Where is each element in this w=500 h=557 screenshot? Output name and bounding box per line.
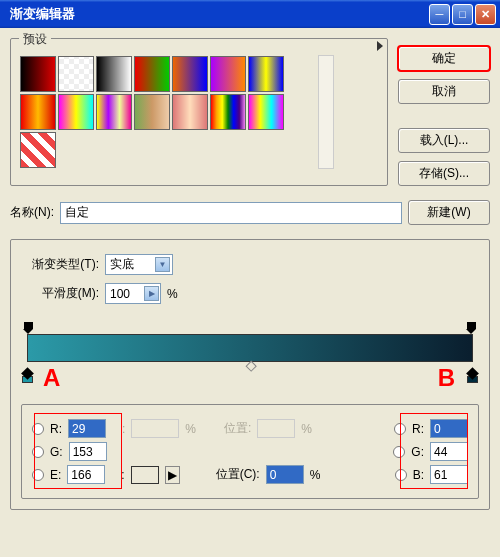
cancel-button[interactable]: 取消 <box>398 79 490 104</box>
smoothness-label: 平滑度(M): <box>21 285 99 302</box>
window-buttons: ─ □ ✕ <box>429 4 496 25</box>
preset-swatch-grid <box>19 55 314 169</box>
right-b-label: B: <box>413 468 424 482</box>
right-button-column: 确定 取消 载入(L)... 存储(S)... <box>398 46 490 186</box>
preset-swatch[interactable] <box>20 132 56 168</box>
preset-swatch[interactable] <box>20 94 56 130</box>
opacity-input-disabled <box>131 419 179 438</box>
percent-label: % <box>167 287 178 301</box>
preset-swatch[interactable] <box>58 94 94 130</box>
opacity-stop-right[interactable] <box>466 322 477 333</box>
left-g-radio[interactable] <box>32 446 44 458</box>
left-r-input[interactable]: 29 <box>68 419 106 438</box>
preset-swatch[interactable] <box>20 56 56 92</box>
preset-swatch[interactable] <box>134 56 170 92</box>
presets-label: 预设 <box>19 31 51 48</box>
name-label: 名称(N): <box>10 204 54 221</box>
color-stop-right[interactable] <box>466 369 479 382</box>
gradient-frame: 渐变类型(T): 实底 ▼ 平滑度(M): 100 ▶ % A B <box>10 239 490 510</box>
left-r-radio[interactable] <box>32 423 44 435</box>
position-label-dim: 位置: <box>224 420 251 437</box>
preset-swatch[interactable] <box>58 56 94 92</box>
right-r-input[interactable]: 0 <box>430 419 468 438</box>
chevron-down-icon: ▼ <box>155 257 170 272</box>
name-row: 名称(N): 新建(W) <box>10 200 490 225</box>
annotation-a: A <box>43 364 60 392</box>
dialog-body: 预设 确定 取消 载入(L)... 存储(S)... 名称(N): 新建(W) … <box>0 28 500 520</box>
preset-swatch[interactable] <box>134 94 170 130</box>
pct-dim-2: % <box>301 422 312 436</box>
gradient-type-value: 实底 <box>110 256 134 273</box>
preset-swatch[interactable] <box>248 56 284 92</box>
right-g-radio[interactable] <box>393 446 405 458</box>
presets-menu-icon[interactable] <box>377 41 383 51</box>
preset-swatch[interactable] <box>172 94 208 130</box>
close-button[interactable]: ✕ <box>475 4 496 25</box>
position-label: 位置(C): <box>216 466 260 483</box>
midpoint-handle[interactable] <box>246 361 257 372</box>
left-g-label: G: <box>50 445 63 459</box>
smoothness-value: 100 <box>110 287 130 301</box>
gradient-type-select[interactable]: 实底 ▼ <box>105 254 173 275</box>
presets-frame: 预设 <box>10 38 388 186</box>
right-g-label: G: <box>411 445 424 459</box>
smoothness-input[interactable]: 100 ▶ <box>105 283 161 304</box>
window-title: 渐变编辑器 <box>4 5 75 23</box>
gradient-editor[interactable]: A B <box>21 322 479 382</box>
ok-button[interactable]: 确定 <box>398 46 490 71</box>
color-colon: : <box>121 468 124 482</box>
save-button[interactable]: 存储(S)... <box>398 161 490 186</box>
right-b-input[interactable]: 61 <box>430 465 468 484</box>
play-icon: ▶ <box>144 286 159 301</box>
titlebar: 渐变编辑器 ─ □ ✕ <box>0 0 500 28</box>
preset-swatch[interactable] <box>96 56 132 92</box>
left-r-label: R: <box>50 422 62 436</box>
left-g-input[interactable]: 153 <box>69 442 107 461</box>
load-button[interactable]: 载入(L)... <box>398 128 490 153</box>
gradient-type-label: 渐变类型(T): <box>21 256 99 273</box>
preset-swatch[interactable] <box>248 94 284 130</box>
right-r-label: R: <box>412 422 424 436</box>
preset-swatch[interactable] <box>96 94 132 130</box>
preset-swatch[interactable] <box>210 56 246 92</box>
name-input[interactable] <box>60 202 402 224</box>
color-stop-left[interactable] <box>21 369 34 382</box>
right-g-input[interactable]: 44 <box>430 442 468 461</box>
new-button[interactable]: 新建(W) <box>408 200 490 225</box>
pct-dim-1: % <box>185 422 196 436</box>
preset-swatch[interactable] <box>210 94 246 130</box>
color-preview[interactable] <box>131 466 159 484</box>
stops-frame: R: 29 : % 位置: % R: 0 G: 153 <box>21 404 479 499</box>
opacity-stop-left[interactable] <box>23 322 34 333</box>
annotation-b: B <box>438 364 455 392</box>
gradient-preview-bar[interactable] <box>27 334 473 362</box>
left-b-label: E: <box>50 468 61 482</box>
right-b-radio[interactable] <box>395 469 407 481</box>
maximize-button[interactable]: □ <box>452 4 473 25</box>
left-b-radio[interactable] <box>32 469 44 481</box>
right-r-radio[interactable] <box>394 423 406 435</box>
position-input[interactable]: 0 <box>266 465 304 484</box>
pct-label: % <box>310 468 321 482</box>
minimize-button[interactable]: ─ <box>429 4 450 25</box>
position-input-disabled <box>257 419 295 438</box>
left-b-input[interactable]: 166 <box>67 465 105 484</box>
opacity-colon: : <box>122 422 125 436</box>
preset-swatch[interactable] <box>172 56 208 92</box>
color-menu-button[interactable]: ▶ <box>165 466 180 484</box>
presets-scrollbar[interactable] <box>318 55 334 169</box>
